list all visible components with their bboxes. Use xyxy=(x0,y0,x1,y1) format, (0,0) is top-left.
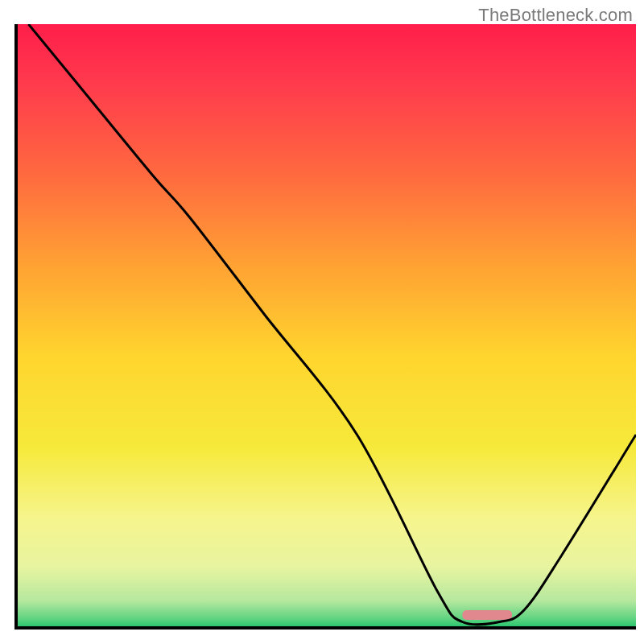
optimal-range-marker xyxy=(462,610,512,620)
plot-area xyxy=(16,24,636,628)
chart-container: TheBottleneck.com xyxy=(0,0,644,644)
gradient-background xyxy=(16,24,636,628)
bottleneck-chart xyxy=(0,0,644,644)
watermark-text: TheBottleneck.com xyxy=(478,5,633,26)
